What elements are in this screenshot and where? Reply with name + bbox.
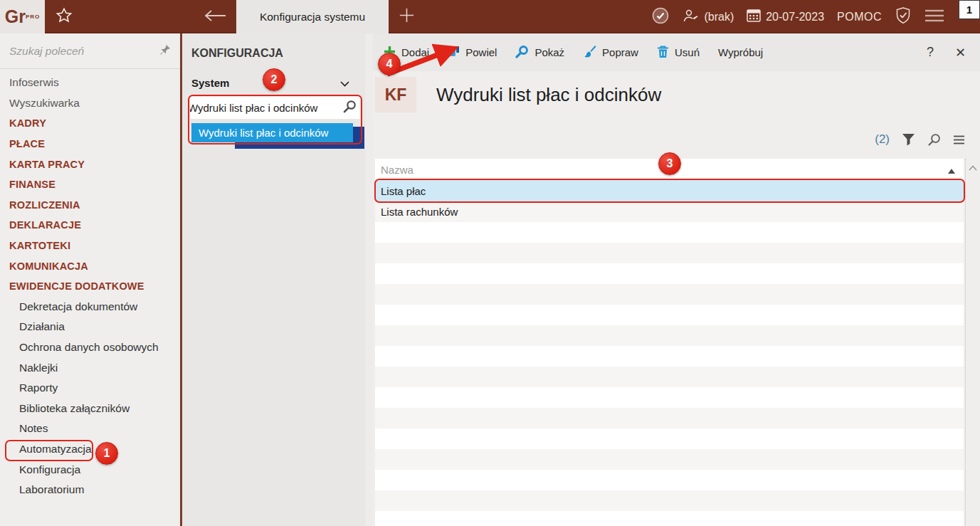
- notification-count: 1: [966, 4, 972, 16]
- sidebar-item-infoserwis[interactable]: Infoserwis: [0, 73, 180, 93]
- sidebar-item-notes[interactable]: Notes: [0, 419, 180, 439]
- table-row-lista-plac[interactable]: Lista płac: [375, 180, 964, 201]
- scrollbar: [965, 159, 980, 526]
- help-button[interactable]: ?: [927, 45, 934, 60]
- scroll-up-icon[interactable]: [968, 164, 978, 171]
- security-button[interactable]: [895, 6, 912, 27]
- close-button[interactable]: ✕: [955, 45, 966, 61]
- plus-icon: [399, 7, 415, 26]
- back-arrow-icon: [204, 9, 226, 25]
- top-bar: GrPRO Konfiguracja systemu: [0, 0, 980, 33]
- command-search[interactable]: Szukaj poleceń: [0, 33, 180, 69]
- sort-asc-icon: [948, 164, 955, 176]
- sidebar-item-ochrona-danych-osobowych[interactable]: Ochrona danych osobowych: [0, 337, 180, 358]
- page-title: Wydruki list płac i odcinków: [436, 84, 661, 106]
- sidebar-item-konfiguracja[interactable]: Konfiguracja: [0, 459, 180, 480]
- main-panel: Dodaj Powiel Pokaż Popraw: [373, 33, 980, 526]
- config-panel: KONFIGURACJA System Wydruki list płac i …: [182, 33, 373, 526]
- app-logo: GrPRO: [0, 0, 45, 33]
- sidebar-item-komunikacja[interactable]: KOMUNIKACJA: [0, 256, 180, 276]
- command-search-placeholder: Szukaj poleceń: [9, 45, 159, 58]
- help-menu[interactable]: POMOC: [837, 11, 882, 23]
- back-button[interactable]: [194, 0, 236, 33]
- edit-button[interactable]: Popraw: [583, 45, 638, 61]
- config-search-input[interactable]: Wydruki list płac i odcinków: [190, 97, 360, 119]
- sidebar-item-dzialania[interactable]: Działania: [0, 317, 180, 337]
- duplicate-button[interactable]: Powiel: [448, 46, 497, 60]
- shield-icon: [895, 6, 912, 27]
- person-icon: [683, 9, 699, 26]
- app-logo-text: Gr: [5, 8, 26, 26]
- list-meta: (2): [875, 132, 965, 147]
- sidebar-item-finanse[interactable]: FINANSE: [0, 174, 180, 195]
- status-check-button[interactable]: [651, 6, 670, 28]
- magnifier-icon: [515, 45, 529, 61]
- config-panel-title: KONFIGURACJA: [182, 33, 373, 60]
- sidebar-item-dekretacja-dokumentow[interactable]: Dekretacja dokumentów: [0, 297, 180, 317]
- notification-count-badge: 1: [959, 0, 980, 19]
- pin-icon[interactable]: [159, 44, 171, 58]
- sidebar-item-raporty[interactable]: Raporty: [0, 378, 180, 399]
- toolbar-right: ? ✕: [927, 45, 980, 61]
- empty-rows: [375, 222, 964, 526]
- sidebar-item-biblioteka-zalacznikow[interactable]: Biblioteka załączników: [0, 399, 180, 419]
- filter-icon[interactable]: [902, 133, 915, 146]
- plus-icon: [384, 46, 396, 60]
- panel-scroll-gutter: [365, 33, 373, 526]
- results-table: Nazwa Lista płac Lista rachunków: [375, 159, 964, 526]
- sidebar-item-rozliczenia[interactable]: ROZLICZENIA: [0, 195, 180, 216]
- list-icon[interactable]: [953, 135, 965, 144]
- delete-button[interactable]: Usuń: [657, 45, 700, 61]
- star-icon: [55, 6, 73, 28]
- sidebar-item-deklaracje[interactable]: DEKLARACJE: [0, 215, 180, 236]
- sidebar-item-place[interactable]: PŁACE: [0, 134, 180, 154]
- try-button[interactable]: Wypróbuj: [718, 46, 763, 58]
- chevron-down-icon: [340, 77, 349, 90]
- main-menu-button[interactable]: [924, 9, 944, 26]
- favorites-button[interactable]: [45, 0, 83, 33]
- sidebar-item-wyszukiwarka[interactable]: Wyszukiwarka: [0, 93, 180, 114]
- add-button[interactable]: Dodaj: [384, 46, 429, 60]
- app-window: GrPRO Konfiguracja systemu: [0, 0, 980, 526]
- sidebar-item-kartoteki[interactable]: KARTOTEKI: [0, 236, 180, 256]
- user-button[interactable]: (brak): [683, 9, 734, 26]
- main-content: KF Wydruki list płac i odcinków (2) Nazw…: [373, 71, 980, 526]
- calendar-icon: [747, 9, 761, 25]
- sidebar-item-naklejki[interactable]: Naklejki: [0, 357, 180, 378]
- tab-title: Konfiguracja systemu: [260, 11, 365, 23]
- tab-konfiguracja-systemu[interactable]: Konfiguracja systemu: [236, 0, 389, 33]
- duplicate-icon: [448, 46, 460, 60]
- dropdown-item-wydruki[interactable]: Wydruki list płac i odcinków: [191, 123, 353, 142]
- app-logo-pro: PRO: [26, 14, 40, 20]
- brush-icon: [583, 45, 596, 61]
- sidebar-item-laboratorium[interactable]: Laboratorium: [0, 480, 180, 500]
- magnifier-icon: [343, 100, 357, 116]
- new-tab-button[interactable]: [389, 0, 425, 33]
- magnifier-icon[interactable]: [927, 133, 941, 147]
- user-label: (brak): [704, 11, 734, 23]
- entity-badge: KF: [375, 77, 416, 112]
- sidebar-item-karta-pracy[interactable]: KARTA PRACY: [0, 154, 180, 174]
- config-scope-select[interactable]: System: [189, 73, 354, 93]
- show-button[interactable]: Pokaż: [515, 45, 564, 61]
- top-bar-right: (brak) 20-07-2023 POMOC: [651, 0, 980, 33]
- sidebar-nav: Infoserwis Wyszukiwarka KADRY PŁACE KART…: [0, 69, 180, 500]
- date-label: 20-07-2023: [766, 11, 824, 23]
- config-search-value: Wydruki list płac i odcinków: [190, 102, 343, 114]
- help-label: POMOC: [837, 11, 882, 23]
- sidebar-item-kadry[interactable]: KADRY: [0, 113, 180, 134]
- trash-icon: [657, 45, 669, 61]
- date-button[interactable]: 20-07-2023: [747, 9, 824, 25]
- toolbar: Dodaj Powiel Pokaż Popraw: [373, 33, 980, 71]
- sidebar: Szukaj poleceń Infoserwis Wyszukiwarka K…: [0, 33, 180, 526]
- column-header-nazwa[interactable]: Nazwa: [375, 159, 964, 180]
- record-count: (2): [875, 132, 890, 147]
- sidebar-item-ewidencje-dodatkowe[interactable]: EWIDENCJE DODATKOWE: [0, 276, 180, 297]
- table-row-lista-rachunkow[interactable]: Lista rachunków: [375, 201, 964, 222]
- sidebar-item-automatyzacja[interactable]: Automatyzacja: [0, 439, 180, 460]
- check-circle-icon: [651, 6, 670, 28]
- hamburger-icon: [924, 9, 944, 26]
- config-scope-value: System: [191, 77, 229, 89]
